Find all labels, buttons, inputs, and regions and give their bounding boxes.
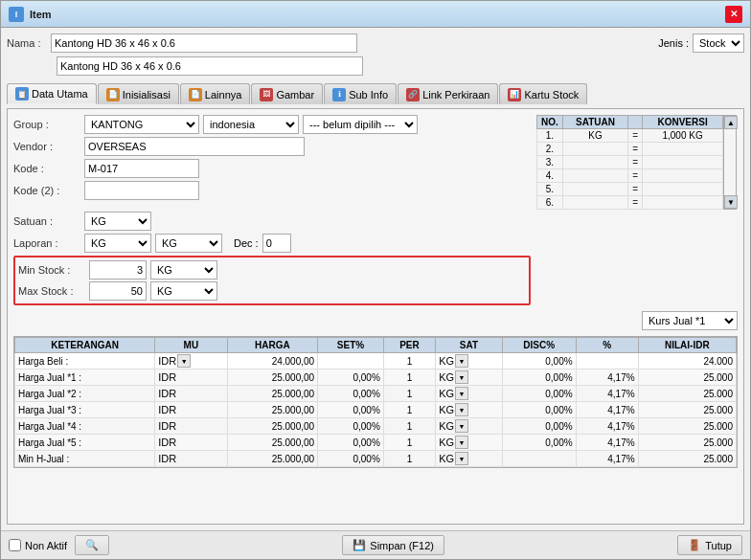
price-table-row: Harga Jual *5 : IDR 25.000,00 0,00% 1 KG… (15, 435, 737, 451)
simpan-button[interactable]: 💾 Simpan (F12) (342, 535, 444, 555)
price-harga: 24.000,00 (227, 353, 318, 370)
search-button[interactable]: 🔍 (75, 535, 109, 555)
bottom-bar: Non Aktif 🔍 💾 Simpan (F12) 🚪 Tutup (1, 530, 750, 559)
jenis-section: Jenis : Stock (658, 34, 744, 53)
satuan-th-no: NO. (537, 116, 563, 129)
tab-gambar-icon: 🖼 (260, 88, 273, 101)
price-harga: 25.000,00 (227, 386, 318, 402)
window-content: Nama : Jenis : Stock 📋 Data Utama 📄 Inis… (1, 28, 750, 530)
sat-dropdown[interactable]: ▼ (455, 354, 468, 368)
satuan-select[interactable]: KG (84, 212, 151, 231)
satuan-table-row: 6. = (537, 196, 723, 210)
price-table-header: SAT (436, 338, 503, 353)
price-pct: 4,17% (576, 418, 638, 435)
stock-section: Min Stock : KG Max Stock : KG (13, 256, 531, 305)
sat-dropdown[interactable]: ▼ (455, 403, 468, 416)
price-nilai: 25.000 (638, 418, 736, 435)
non-aktif-checkbox-label[interactable]: Non Aktif (9, 539, 67, 551)
non-aktif-checkbox[interactable] (9, 539, 21, 551)
price-set: 0,00% (318, 451, 384, 467)
price-set: 0,00% (318, 418, 384, 435)
kode2-label: Kode (2) : (13, 185, 80, 196)
tab-sub-info-label: Sub Info (349, 89, 388, 101)
price-table: KETERANGANMUHARGASET%PERSATDISC%%NILAI-I… (14, 337, 737, 467)
price-disc: 0,00% (502, 353, 576, 370)
sat-dropdown[interactable]: ▼ (455, 370, 468, 384)
price-set: 0,00% (318, 370, 384, 386)
mu-dropdown[interactable]: ▼ (177, 354, 191, 368)
tab-lainnya[interactable]: 📄 Lainnya (180, 83, 251, 104)
tab-kartu-stock-icon: 📊 (508, 88, 521, 101)
item-window: I Item ✕ Nama : Jenis : Stock 📋 Data U (0, 0, 751, 560)
kode-input[interactable] (84, 159, 199, 178)
satuan-table-row: 5. = (537, 183, 723, 196)
price-table-row: Harga Jual *4 : IDR 25.000,00 0,00% 1 KG… (15, 418, 737, 435)
sub-name-row (7, 56, 744, 76)
group-sub2-select[interactable]: --- belum dipilih --- (303, 115, 418, 134)
max-stock-input[interactable] (89, 281, 147, 301)
non-aktif-label: Non Aktif (25, 540, 67, 551)
laporan-select1[interactable]: KG (84, 234, 151, 253)
nama-input[interactable] (51, 34, 357, 53)
tab-inisialisasi[interactable]: 📄 Inisialisasi (98, 83, 179, 104)
sat-dropdown[interactable]: ▼ (455, 387, 468, 400)
price-set (318, 353, 384, 370)
group-label: Group : (13, 119, 80, 130)
vendor-input[interactable] (84, 137, 305, 156)
price-harga: 25.000,00 (227, 370, 318, 386)
jenis-label: Jenis : (658, 37, 689, 49)
dec-input[interactable] (262, 234, 291, 253)
price-nilai: 25.000 (638, 435, 736, 451)
price-pct: 4,17% (576, 451, 638, 467)
laporan-row: Laporan : KG KG Dec : (13, 234, 531, 253)
max-stock-row: Max Stock : KG (18, 281, 526, 301)
tutup-button[interactable]: 🚪 Tutup (677, 535, 742, 555)
simpan-label: Simpan (F12) (370, 540, 434, 551)
close-button[interactable]: ✕ (725, 6, 742, 23)
sat-dropdown[interactable]: ▼ (455, 436, 468, 449)
price-nilai: 25.000 (638, 451, 736, 467)
spacer1 (13, 203, 531, 209)
laporan-select2[interactable]: KG (155, 234, 222, 253)
satuan-scroll-up[interactable]: ▲ (724, 116, 738, 129)
sat-dropdown[interactable]: ▼ (455, 419, 468, 433)
price-ket: Harga Jual *1 : (15, 370, 155, 386)
tab-data-utama-label: Data Utama (32, 88, 88, 100)
min-stock-unit-select[interactable]: KG (150, 260, 217, 280)
kurs-select[interactable]: Kurs Jual *1 (642, 311, 738, 330)
price-table-row: Harga Beli : IDR ▼ 24.000,00 1 KG ▼ 0,00… (15, 353, 737, 370)
tab-sub-info[interactable]: ℹ Sub Info (324, 83, 397, 104)
price-nilai: 25.000 (638, 370, 736, 386)
jenis-select[interactable]: Stock (693, 34, 744, 53)
price-per: 1 (383, 370, 435, 386)
price-ket: Harga Jual *5 : (15, 435, 155, 451)
tab-data-utama[interactable]: 📋 Data Utama (7, 83, 97, 104)
price-harga: 25.000,00 (227, 451, 318, 467)
satuan-label: Satuan : (13, 215, 80, 227)
satuan-scroll-down[interactable]: ▼ (724, 195, 738, 209)
group-select[interactable]: KANTONG (84, 115, 199, 134)
price-pct: 4,17% (576, 402, 638, 418)
tab-link-perkiraan-label: Link Perkiraan (422, 89, 489, 101)
price-ket: Harga Jual *4 : (15, 418, 155, 435)
price-table-row: Min H-Jual : IDR 25.000,00 0,00% 1 KG ▼ … (15, 451, 737, 467)
sat-dropdown[interactable]: ▼ (455, 452, 468, 465)
price-table-header: NILAI-IDR (638, 338, 736, 353)
tab-gambar[interactable]: 🖼 Gambar (251, 83, 323, 104)
tab-link-perkiraan[interactable]: 🔗 Link Perkiraan (398, 83, 498, 104)
min-stock-input[interactable] (89, 260, 147, 280)
sub-name-input[interactable] (57, 56, 363, 76)
price-set: 0,00% (318, 402, 384, 418)
window-icon: I (9, 7, 24, 22)
satuan-table-row: 2. = (537, 143, 723, 156)
tab-kartu-stock[interactable]: 📊 Kartu Stock (499, 83, 587, 104)
kode-label: Kode : (13, 163, 80, 174)
tab-bar: 📋 Data Utama 📄 Inisialisasi 📄 Lainnya 🖼 … (7, 83, 744, 104)
satuan-table: NO. SATUAN KONVERSI 1. KG = 1,000 KG 2. … (536, 115, 723, 210)
price-ket: Harga Beli : (15, 353, 155, 370)
tutup-label: Tutup (705, 540, 732, 551)
satuan-scroll: ▲ ▼ (723, 115, 737, 210)
kode2-input[interactable] (84, 181, 199, 200)
max-stock-unit-select[interactable]: KG (150, 281, 217, 301)
group-sub-select[interactable]: indonesia (203, 115, 299, 134)
